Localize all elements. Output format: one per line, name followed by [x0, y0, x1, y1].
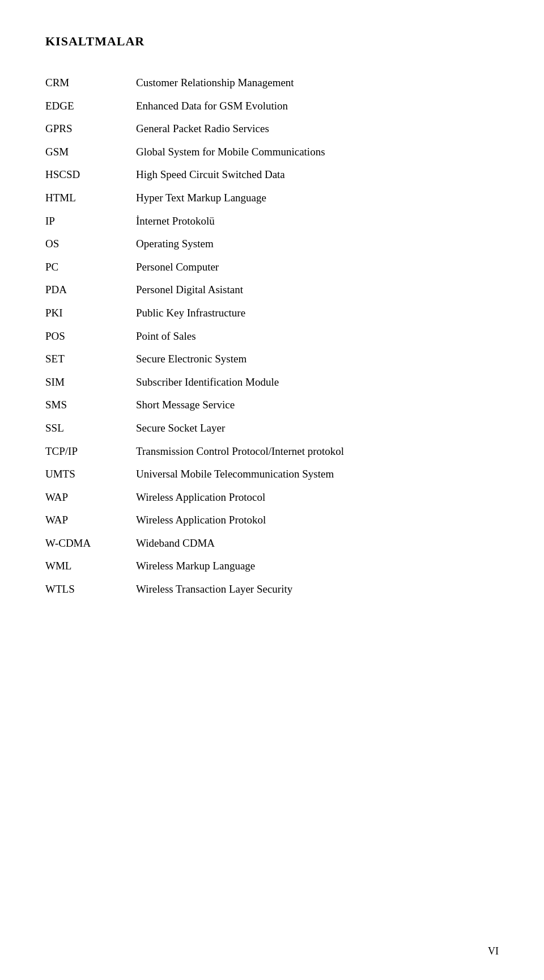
abbreviation-code: GSM — [45, 141, 136, 164]
abbreviation-code: WAP — [45, 509, 136, 532]
abbreviation-code: PDA — [45, 278, 136, 302]
list-item: EDGEEnhanced Data for GSM Evolution — [45, 95, 499, 118]
abbreviation-definition: Secure Electronic System — [136, 348, 499, 371]
abbreviation-definition: İnternet Protokolü — [136, 210, 499, 233]
abbreviation-code: GPRS — [45, 117, 136, 141]
list-item: HTMLHyper Text Markup Language — [45, 187, 499, 210]
list-item: PCPersonel Computer — [45, 256, 499, 279]
abbreviation-definition: Wireless Transaction Layer Security — [136, 578, 499, 601]
abbreviation-code: W-CDMA — [45, 532, 136, 555]
abbreviation-definition: Enhanced Data for GSM Evolution — [136, 95, 499, 118]
list-item: GPRSGeneral Packet Radio Services — [45, 117, 499, 141]
list-item: CRMCustomer Relationship Management — [45, 71, 499, 95]
abbreviation-definition: High Speed Circuit Switched Data — [136, 163, 499, 187]
abbreviation-definition: Hyper Text Markup Language — [136, 187, 499, 210]
abbreviation-code: SIM — [45, 371, 136, 394]
abbreviation-definition: Global System for Mobile Communications — [136, 141, 499, 164]
list-item: GSMGlobal System for Mobile Communicatio… — [45, 141, 499, 164]
abbreviation-definition: Personel Digital Asistant — [136, 278, 499, 302]
abbreviation-definition: Point of Sales — [136, 325, 499, 348]
list-item: WAPWireless Application Protokol — [45, 509, 499, 532]
page-title: KISALTMALAR — [45, 34, 499, 49]
list-item: POSPoint of Sales — [45, 325, 499, 348]
list-item: SETSecure Electronic System — [45, 348, 499, 371]
list-item: SMSShort Message Service — [45, 394, 499, 417]
abbreviation-code: PC — [45, 256, 136, 279]
abbreviation-code: OS — [45, 233, 136, 256]
abbreviation-code: TCP/IP — [45, 440, 136, 463]
abbreviation-definition: General Packet Radio Services — [136, 117, 499, 141]
abbreviation-code: IP — [45, 210, 136, 233]
list-item: IPİnternet Protokolü — [45, 210, 499, 233]
abbreviation-definition: Personel Computer — [136, 256, 499, 279]
abbreviation-code: WAP — [45, 486, 136, 509]
abbreviation-definition: Wireless Markup Language — [136, 555, 499, 578]
list-item: TCP/IPTransmission Control Protocol/Inte… — [45, 440, 499, 463]
abbreviation-definition: Subscriber Identification Module — [136, 371, 499, 394]
list-item: SSLSecure Socket Layer — [45, 417, 499, 440]
list-item: WTLSWireless Transaction Layer Security — [45, 578, 499, 601]
abbreviation-definition: Wireless Application Protocol — [136, 486, 499, 509]
abbreviation-code: UMTS — [45, 463, 136, 486]
list-item: PDAPersonel Digital Asistant — [45, 278, 499, 302]
list-item: WAPWireless Application Protocol — [45, 486, 499, 509]
list-item: W-CDMAWideband CDMA — [45, 532, 499, 555]
abbreviation-code: SMS — [45, 394, 136, 417]
abbreviation-definition: Wireless Application Protokol — [136, 509, 499, 532]
abbreviation-definition: Wideband CDMA — [136, 532, 499, 555]
abbreviation-definition: Customer Relationship Management — [136, 71, 499, 95]
abbreviation-definition: Public Key Infrastructure — [136, 302, 499, 325]
list-item: UMTSUniversal Mobile Telecommunication S… — [45, 463, 499, 486]
abbreviation-code: CRM — [45, 71, 136, 95]
abbreviation-code: HTML — [45, 187, 136, 210]
abbreviation-code: POS — [45, 325, 136, 348]
abbreviation-code: SSL — [45, 417, 136, 440]
abbreviation-definition: Short Message Service — [136, 394, 499, 417]
abbreviation-definition: Transmission Control Protocol/Internet p… — [136, 440, 499, 463]
list-item: HSCSDHigh Speed Circuit Switched Data — [45, 163, 499, 187]
abbreviation-code: WML — [45, 555, 136, 578]
abbreviation-code: EDGE — [45, 95, 136, 118]
abbreviation-code: PKI — [45, 302, 136, 325]
list-item: OSOperating System — [45, 233, 499, 256]
abbreviation-code: WTLS — [45, 578, 136, 601]
abbreviation-definition: Secure Socket Layer — [136, 417, 499, 440]
list-item: PKIPublic Key Infrastructure — [45, 302, 499, 325]
abbreviation-definition: Universal Mobile Telecommunication Syste… — [136, 463, 499, 486]
abbreviation-definition: Operating System — [136, 233, 499, 256]
abbreviation-table: CRMCustomer Relationship ManagementEDGEE… — [45, 71, 499, 601]
page-number: VI — [488, 945, 499, 957]
abbreviation-code: HSCSD — [45, 163, 136, 187]
abbreviation-code: SET — [45, 348, 136, 371]
list-item: WMLWireless Markup Language — [45, 555, 499, 578]
list-item: SIMSubscriber Identification Module — [45, 371, 499, 394]
